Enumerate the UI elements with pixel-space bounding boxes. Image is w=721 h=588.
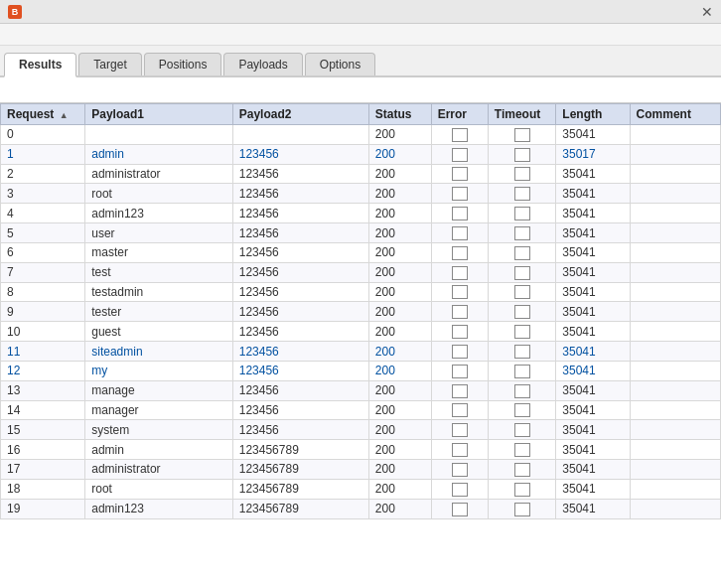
tab-payloads[interactable]: Payloads <box>223 53 302 75</box>
error-checkbox[interactable] <box>452 443 468 457</box>
table-row[interactable]: 13manage12345620035041 <box>1 380 721 400</box>
timeout-checkbox[interactable] <box>514 148 530 162</box>
col-header-timeout[interactable]: Timeout <box>488 104 556 125</box>
col-header-status[interactable]: Status <box>368 104 431 125</box>
error-checkbox[interactable] <box>452 325 468 339</box>
error-checkbox[interactable] <box>452 226 468 240</box>
timeout-checkbox[interactable] <box>514 345 530 359</box>
table-row[interactable]: 020035041 <box>1 125 721 145</box>
col-header-error[interactable]: Error <box>431 104 488 125</box>
timeout-checkbox[interactable] <box>514 365 530 378</box>
table-row[interactable]: 5user12345620035041 <box>1 223 721 243</box>
tab-results[interactable]: Results <box>4 53 76 77</box>
menu-save[interactable] <box>26 34 34 36</box>
table-row[interactable]: 7test12345620035041 <box>1 262 721 282</box>
timeout-checkbox[interactable] <box>514 187 530 201</box>
error-checkbox[interactable] <box>452 148 468 162</box>
table-row[interactable]: 8testadmin12345620035041 <box>1 282 721 302</box>
timeout-checkbox[interactable] <box>514 246 530 260</box>
error-checkbox[interactable] <box>452 345 468 359</box>
col-header-length[interactable]: Length <box>556 104 630 125</box>
error-checkbox[interactable] <box>452 365 468 378</box>
table-row[interactable]: 17administrator12345678920035041 <box>1 460 721 480</box>
error-checkbox[interactable] <box>452 503 468 516</box>
table-row[interactable]: 11siteadmin12345620035041 <box>1 342 721 362</box>
error-checkbox[interactable] <box>452 463 468 477</box>
timeout-checkbox[interactable] <box>514 128 530 142</box>
col-header-comment[interactable]: Comment <box>630 104 720 125</box>
table-row[interactable]: 3root12345620035041 <box>1 184 721 204</box>
filter-bar <box>0 77 721 103</box>
error-checkbox[interactable] <box>452 285 468 299</box>
timeout-checkbox[interactable] <box>514 403 530 417</box>
table-header-row: Request ▲ Payload1 Payload2 Status Error… <box>1 104 721 125</box>
table-row[interactable]: 1admin12345620035017 <box>1 144 721 164</box>
timeout-checkbox[interactable] <box>514 207 530 220</box>
timeout-checkbox[interactable] <box>514 384 530 398</box>
app-icon: B <box>8 5 22 19</box>
timeout-checkbox[interactable] <box>514 305 530 319</box>
error-checkbox[interactable] <box>452 483 468 497</box>
table-row[interactable]: 19admin12312345678920035041 <box>1 499 721 518</box>
col-header-request[interactable]: Request ▲ <box>1 104 85 125</box>
table-row[interactable]: 18root12345678920035041 <box>1 479 721 499</box>
title-bar: B ✕ <box>0 0 721 24</box>
error-checkbox[interactable] <box>452 305 468 319</box>
table-row[interactable]: 2administrator12345620035041 <box>1 164 721 184</box>
menu-columns[interactable] <box>46 34 54 36</box>
table-row[interactable]: 14manager12345620035041 <box>1 400 721 420</box>
error-checkbox[interactable] <box>452 187 468 201</box>
timeout-checkbox[interactable] <box>514 423 530 437</box>
timeout-checkbox[interactable] <box>514 483 530 497</box>
results-table: Request ▲ Payload1 Payload2 Status Error… <box>0 103 721 519</box>
table-row[interactable]: 9tester12345620035041 <box>1 302 721 322</box>
table-row[interactable]: 16admin12345678920035041 <box>1 440 721 460</box>
menu-attack[interactable] <box>6 34 14 36</box>
col-header-payload1[interactable]: Payload1 <box>85 104 233 125</box>
timeout-checkbox[interactable] <box>514 443 530 457</box>
error-checkbox[interactable] <box>452 246 468 260</box>
error-checkbox[interactable] <box>452 128 468 142</box>
error-checkbox[interactable] <box>452 423 468 437</box>
table-row[interactable]: 4admin12312345620035041 <box>1 204 721 223</box>
col-header-payload2[interactable]: Payload2 <box>232 104 368 125</box>
timeout-checkbox[interactable] <box>514 226 530 240</box>
tabs-bar: Results Target Positions Payloads Option… <box>0 46 721 77</box>
menu-bar <box>0 24 721 46</box>
tab-target[interactable]: Target <box>78 53 141 75</box>
tab-options[interactable]: Options <box>305 53 375 75</box>
timeout-checkbox[interactable] <box>514 285 530 299</box>
error-checkbox[interactable] <box>452 167 468 181</box>
error-checkbox[interactable] <box>452 207 468 220</box>
table-row[interactable]: 15system12345620035041 <box>1 420 721 440</box>
close-button[interactable]: ✕ <box>701 4 713 20</box>
timeout-checkbox[interactable] <box>514 463 530 477</box>
table-row[interactable]: 12my12345620035041 <box>1 361 721 380</box>
error-checkbox[interactable] <box>452 266 468 280</box>
table-row[interactable]: 10guest12345620035041 <box>1 322 721 342</box>
sort-arrow-request: ▲ <box>60 110 69 120</box>
timeout-checkbox[interactable] <box>514 167 530 181</box>
timeout-checkbox[interactable] <box>514 325 530 339</box>
table-container[interactable]: Request ▲ Payload1 Payload2 Status Error… <box>0 103 721 588</box>
timeout-checkbox[interactable] <box>514 266 530 280</box>
error-checkbox[interactable] <box>452 403 468 417</box>
error-checkbox[interactable] <box>452 384 468 398</box>
tab-positions[interactable]: Positions <box>144 53 222 75</box>
table-row[interactable]: 6master12345620035041 <box>1 242 721 262</box>
timeout-checkbox[interactable] <box>514 503 530 516</box>
